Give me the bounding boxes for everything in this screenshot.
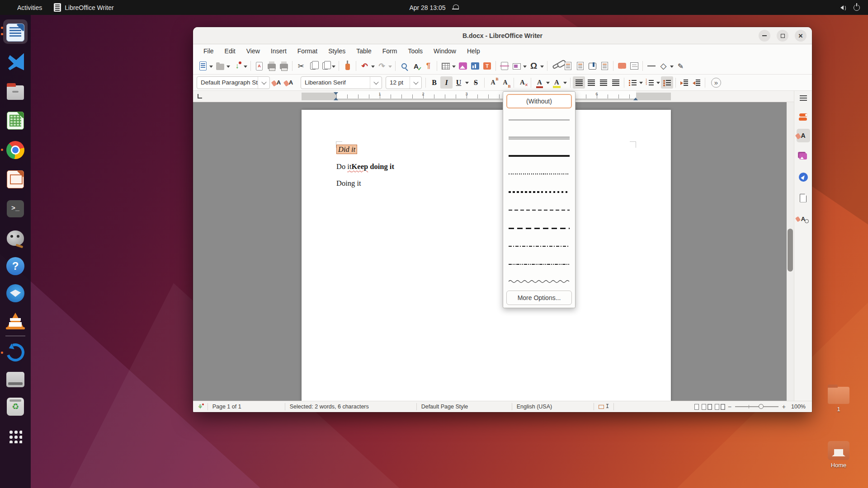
numbered-list-dropdown[interactable] xyxy=(656,82,660,86)
close-button[interactable]: ✕ xyxy=(795,30,807,42)
bullet-list-dropdown[interactable] xyxy=(639,82,643,86)
dock-item-terminal[interactable]: >_ xyxy=(2,194,28,223)
special-character-dropdown[interactable] xyxy=(540,66,544,70)
bookmark-button[interactable] xyxy=(586,60,599,72)
save-button[interactable]: ↓ xyxy=(231,60,243,72)
menu-format[interactable]: Format xyxy=(292,46,322,56)
insert-comment-button[interactable] xyxy=(616,60,628,72)
underline-option-dash-dot[interactable] xyxy=(509,237,570,255)
selected-text[interactable]: Did it xyxy=(336,145,357,154)
document-area[interactable]: Did it Do itKeep doing it Doing it xyxy=(193,102,787,401)
basic-shapes-dropdown[interactable] xyxy=(670,66,674,70)
bullet-list-button[interactable] xyxy=(627,76,639,89)
underline-option-bold[interactable] xyxy=(509,147,570,165)
menu-form[interactable]: Form xyxy=(377,46,402,56)
dock-item-gimp[interactable] xyxy=(2,223,28,253)
volume-icon[interactable] xyxy=(838,5,844,10)
menu-edit[interactable]: Edit xyxy=(220,46,241,56)
sidebar-navigator-tab[interactable] xyxy=(797,170,810,184)
update-style-button[interactable]: A xyxy=(273,76,285,89)
save-dropdown[interactable] xyxy=(244,66,247,70)
menu-table[interactable]: Table xyxy=(351,46,376,56)
open-button[interactable] xyxy=(214,60,226,72)
insert-text-box-button[interactable]: T xyxy=(481,60,493,72)
paragraph-style-dropdown[interactable] xyxy=(258,77,269,89)
word-count[interactable]: Selected: 2 words, 6 characters xyxy=(290,404,412,410)
cross-reference-button[interactable] xyxy=(599,60,611,72)
dock-item-app-grid[interactable] xyxy=(2,423,28,450)
decrease-indent-button[interactable] xyxy=(690,76,703,89)
dock-item-libreoffice-calc[interactable] xyxy=(2,106,28,135)
paste-dropdown[interactable] xyxy=(332,66,335,70)
underline-option-dash[interactable] xyxy=(509,201,570,219)
redo-dropdown[interactable] xyxy=(388,66,392,70)
vertical-scrollbar[interactable] xyxy=(787,102,794,401)
maximize-button[interactable] xyxy=(777,30,788,42)
align-left-button[interactable] xyxy=(573,76,585,89)
scrollbar-thumb[interactable] xyxy=(788,229,793,272)
toolbar-overflow-button[interactable]: » xyxy=(711,78,721,88)
dock-item-vscode[interactable] xyxy=(2,47,28,76)
zoom-slider[interactable] xyxy=(735,406,778,407)
sidebar-page-tab[interactable] xyxy=(797,191,810,205)
sidebar-styles-tab[interactable]: A xyxy=(797,129,810,142)
activities-button[interactable]: Activities xyxy=(17,4,42,11)
underline-option-long-dash[interactable] xyxy=(509,219,570,237)
tab-stop-selector[interactable] xyxy=(198,94,202,99)
zoom-out-button[interactable]: − xyxy=(728,403,731,410)
insert-chart-button[interactable] xyxy=(469,60,481,72)
right-indent-marker[interactable] xyxy=(633,95,638,100)
numbered-list-button[interactable] xyxy=(644,76,656,89)
dock-item-chrome[interactable] xyxy=(2,135,28,164)
clone-formatting-button[interactable] xyxy=(341,60,354,72)
redo-button[interactable]: ↷ xyxy=(376,60,388,72)
highlight-color-dropdown[interactable] xyxy=(563,82,567,86)
dock-item-vlc[interactable] xyxy=(2,307,28,334)
underline-option-dash-dot-dot[interactable] xyxy=(509,255,570,273)
dock-item-thunderbird[interactable] xyxy=(2,280,28,307)
undo-dropdown[interactable] xyxy=(371,66,375,70)
subscript-button[interactable]: A xyxy=(499,76,511,89)
track-changes-button[interactable] xyxy=(628,60,640,72)
print-button[interactable] xyxy=(265,60,278,72)
justify-button[interactable] xyxy=(609,76,622,89)
bold-button[interactable]: B xyxy=(428,76,440,89)
underline-more-options-button[interactable]: More Options... xyxy=(506,291,572,305)
insert-mode-indicator[interactable]: I xyxy=(599,404,609,410)
title-bar[interactable]: B.docx - LibreOffice Writer ✕ xyxy=(193,27,812,44)
menu-file[interactable]: File xyxy=(198,46,219,56)
menu-view[interactable]: View xyxy=(241,46,265,56)
clock[interactable]: Apr 28 13:05 xyxy=(409,4,445,11)
basic-shapes-button[interactable]: ◇ xyxy=(657,60,670,72)
superscript-button[interactable]: A xyxy=(487,76,499,89)
new-document-button[interactable] xyxy=(197,60,209,72)
underline-option-without[interactable]: (Without) xyxy=(506,94,572,108)
menu-insert[interactable]: Insert xyxy=(266,46,292,56)
menu-window[interactable]: Window xyxy=(429,46,461,56)
horizontal-line-button[interactable] xyxy=(645,60,657,72)
font-color-dropdown[interactable] xyxy=(546,82,550,86)
underline-option-single[interactable] xyxy=(509,111,570,129)
zoom-slider-knob[interactable] xyxy=(759,404,764,409)
highlight-color-button[interactable]: A xyxy=(551,76,563,89)
font-color-button[interactable]: A xyxy=(533,76,546,89)
doc-paragraph-2[interactable]: Do itKeep doing it xyxy=(336,162,394,171)
font-size-dropdown[interactable] xyxy=(410,77,421,89)
multi-page-view-button[interactable] xyxy=(702,404,706,410)
no-list-button[interactable] xyxy=(661,76,673,89)
export-pdf-button[interactable]: A xyxy=(253,60,265,72)
new-document-dropdown[interactable] xyxy=(209,66,213,70)
underline-button[interactable]: U xyxy=(453,76,465,89)
underline-option-double[interactable] xyxy=(509,129,570,147)
zoom-in-button[interactable]: + xyxy=(782,403,786,410)
desktop-folder-1[interactable]: 1 xyxy=(824,387,854,413)
doc-paragraph-3[interactable]: Doing it xyxy=(336,179,361,188)
dock-item-files[interactable] xyxy=(2,76,28,106)
text-language[interactable]: English (USA) xyxy=(517,404,589,410)
insert-table-dropdown[interactable] xyxy=(452,66,456,70)
spelling-button[interactable]: A xyxy=(410,60,422,72)
menu-help[interactable]: Help xyxy=(462,46,485,56)
underline-option-bold-dotted[interactable] xyxy=(509,183,570,201)
clear-formatting-button[interactable]: A xyxy=(516,76,528,89)
paragraph-style-combo[interactable]: Default Paragraph Style xyxy=(197,76,270,89)
